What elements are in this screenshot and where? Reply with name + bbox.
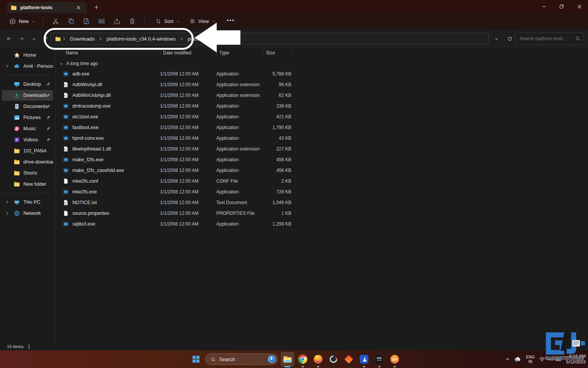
taskbar-app-chrome[interactable] bbox=[295, 350, 310, 368]
taskbar-app-app-diamond[interactable] bbox=[341, 350, 356, 368]
column-header-name[interactable]: Name bbox=[66, 50, 160, 56]
sidebar-item-downloads[interactable]: Downloads bbox=[2, 90, 53, 101]
forward-button[interactable] bbox=[16, 33, 27, 45]
refresh-icon[interactable] bbox=[504, 33, 515, 45]
new-tab-button[interactable] bbox=[92, 3, 101, 11]
close-button[interactable] bbox=[570, 0, 588, 13]
explorer-tab[interactable]: platform-tools bbox=[7, 2, 87, 13]
file-date: 1/1/2008 12:00 AM bbox=[160, 211, 216, 216]
chevron-right-icon[interactable] bbox=[5, 64, 9, 68]
volume-icon bbox=[547, 356, 553, 362]
file-date: 1/1/2008 12:00 AM bbox=[160, 189, 216, 195]
sidebar-item-drive-download-20[interactable]: drive-download-20 bbox=[2, 157, 53, 167]
search-input[interactable] bbox=[515, 33, 583, 45]
up-button[interactable] bbox=[41, 33, 51, 45]
table-row[interactable]: etc1tool.exe1/1/2008 12:00 AMApplication… bbox=[56, 111, 588, 122]
taskbar-app-firefox[interactable] bbox=[310, 350, 326, 368]
svg-text:GAMES: GAMES bbox=[377, 360, 382, 361]
taskbar-app-epic-games[interactable]: EPICGAMES bbox=[372, 350, 387, 368]
sidebar-item-music[interactable]: Music bbox=[2, 123, 53, 134]
language-line1: ENG bbox=[526, 355, 535, 359]
file-type: Application extension bbox=[216, 93, 263, 98]
table-row[interactable]: fastboot.exe1/1/2008 12:00 AMApplication… bbox=[56, 122, 588, 133]
file-name-cell: source.properties bbox=[63, 210, 160, 216]
file-list-pane: NameDate modifiedTypeSize A long time ag… bbox=[56, 48, 588, 343]
file-date: 1/1/2008 12:00 AM bbox=[160, 136, 216, 141]
sort-button[interactable]: Sort bbox=[152, 16, 183, 26]
file-type: Application bbox=[216, 125, 263, 130]
recent-locations-button[interactable] bbox=[28, 33, 39, 45]
sidebar-item-102-pana[interactable]: 102_PANA bbox=[2, 146, 53, 156]
sidebar-item-new-folder[interactable]: New folder bbox=[2, 179, 53, 190]
address-dropdown-icon[interactable] bbox=[491, 33, 502, 45]
minimize-button[interactable] bbox=[535, 0, 553, 13]
chevron-right-icon[interactable] bbox=[5, 200, 9, 204]
sidebar-item-network[interactable]: Network bbox=[2, 208, 53, 219]
sidebar-item-amit-personal[interactable]: Amit - Personal bbox=[2, 61, 53, 72]
breadcrumb-item[interactable]: platform-tools_r34.0.4-windows bbox=[104, 35, 178, 43]
onedrive-cloud-icon[interactable] bbox=[514, 356, 522, 362]
exe-file-icon bbox=[63, 114, 69, 120]
chevron-right-icon[interactable] bbox=[5, 211, 9, 215]
file-name: adb.exe bbox=[72, 71, 89, 77]
table-row[interactable]: make_f2fs_casefold.exe1/1/2008 12:00 AMA… bbox=[56, 165, 588, 176]
clock[interactable]: 5:15 PM 5/12/2023 bbox=[566, 353, 586, 365]
back-button[interactable] bbox=[4, 33, 15, 45]
new-button[interactable]: New bbox=[6, 16, 38, 27]
see-more-icon[interactable]: ••• bbox=[227, 17, 235, 26]
clock-time: 5:15 PM bbox=[566, 353, 586, 359]
table-row[interactable]: hprof-conv.exe1/1/2008 12:00 AMApplicati… bbox=[56, 133, 588, 144]
tray-chevron-up-icon[interactable] bbox=[505, 357, 510, 361]
sidebar-item-documents[interactable]: Documents bbox=[2, 101, 53, 112]
table-row[interactable]: AdbWinUsbApi.dll1/1/2008 12:00 AMApplica… bbox=[56, 90, 588, 101]
language-indicator[interactable]: ENG IN bbox=[526, 355, 535, 364]
delete-button[interactable] bbox=[124, 15, 140, 28]
paste-button[interactable] bbox=[78, 15, 94, 28]
address-bar[interactable]: Downloadsplatform-tools_r34.0.4-windowsp… bbox=[50, 33, 489, 45]
sidebar-item-home[interactable]: Home bbox=[2, 50, 53, 61]
group-header[interactable]: A long time ago bbox=[56, 59, 588, 69]
sidebar-item-pictures[interactable]: Pictures bbox=[2, 112, 53, 123]
table-row[interactable]: mke2fs.conf1/1/2008 12:00 AMCONF File2 K… bbox=[56, 176, 588, 186]
sidebar-item-shorts[interactable]: Shorts bbox=[2, 168, 53, 178]
sidebar-divider bbox=[4, 193, 51, 193]
start-button[interactable] bbox=[189, 352, 203, 367]
taskbar-search[interactable]: Search bbox=[205, 353, 278, 365]
sidebar-item-videos[interactable]: Videos bbox=[2, 134, 53, 145]
taskbar-search-label: Search bbox=[219, 357, 264, 362]
thispc-icon bbox=[14, 199, 20, 205]
table-row[interactable]: make_f2fs.exe1/1/2008 12:00 AMApplicatio… bbox=[56, 154, 588, 165]
table-row[interactable]: mke2fs.exe1/1/2008 12:00 AMApplication72… bbox=[56, 186, 588, 197]
table-row[interactable]: sqlite3.exe1/1/2008 12:00 AMApplication1… bbox=[56, 219, 588, 229]
file-date: 1/1/2008 12:00 AM bbox=[160, 93, 216, 98]
table-row[interactable]: adb.exe1/1/2008 12:00 AMApplication5,768… bbox=[56, 69, 588, 79]
restore-button[interactable] bbox=[553, 0, 570, 13]
cut-button[interactable] bbox=[48, 15, 63, 28]
table-row[interactable]: dmtracedump.exe1/1/2008 12:00 AMApplicat… bbox=[56, 101, 588, 111]
wifi-icon bbox=[539, 356, 545, 362]
taskbar-app-app-circle[interactable] bbox=[326, 350, 341, 368]
table-row[interactable]: source.properties1/1/2008 12:00 AMPROPER… bbox=[56, 208, 588, 219]
table-row[interactable]: NOTICE.txt1/1/2008 12:00 AMText Document… bbox=[56, 197, 588, 208]
rename-button[interactable] bbox=[94, 15, 109, 28]
file-name-cell: fastboot.exe bbox=[63, 124, 160, 131]
column-header-size[interactable]: Size bbox=[263, 50, 292, 56]
exe-file-icon bbox=[63, 167, 69, 173]
system-icons[interactable] bbox=[539, 356, 562, 362]
table-row[interactable]: libwinpthread-1.dll1/1/2008 12:00 AMAppl… bbox=[56, 144, 588, 154]
table-row[interactable]: AdbWinApi.dll1/1/2008 12:00 AMApplicatio… bbox=[56, 79, 588, 90]
taskbar-app-ea-app[interactable]: EA bbox=[387, 350, 402, 368]
taskbar-app-app-blue[interactable] bbox=[356, 350, 372, 368]
tab-close-icon[interactable] bbox=[74, 3, 83, 12]
sort-button-label: Sort bbox=[164, 18, 173, 24]
column-divider[interactable] bbox=[292, 50, 292, 56]
column-header-date[interactable]: Date modified bbox=[160, 50, 216, 56]
share-button[interactable] bbox=[109, 15, 124, 28]
column-header-type[interactable]: Type bbox=[217, 50, 263, 56]
breadcrumb-item[interactable]: Downloads bbox=[67, 35, 97, 43]
copy-button[interactable] bbox=[63, 15, 78, 28]
sidebar-item-this-pc[interactable]: This PC bbox=[2, 197, 53, 208]
sidebar-item-desktop[interactable]: Desktop bbox=[2, 79, 53, 90]
group-header-label: A long time ago bbox=[66, 61, 98, 66]
taskbar-app-file-explorer[interactable] bbox=[280, 350, 295, 368]
